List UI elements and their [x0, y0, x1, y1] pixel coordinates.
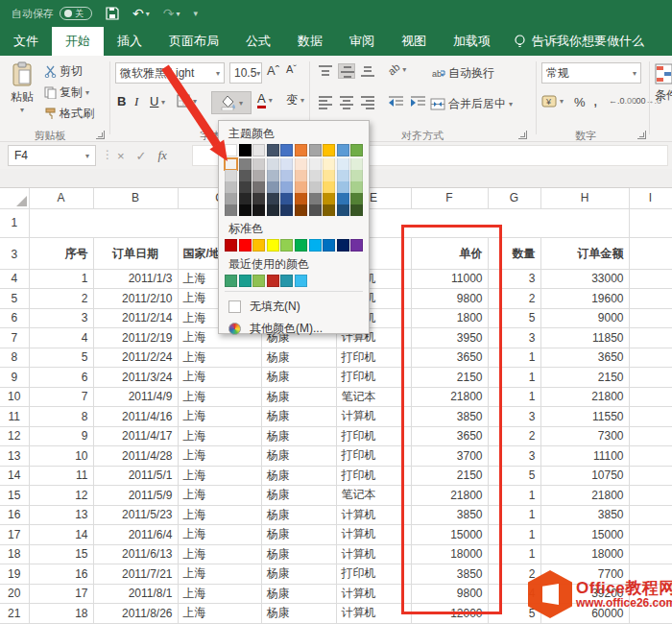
font-color-button[interactable]: A ▾: [257, 92, 273, 108]
variant-color-swatch[interactable]: [239, 158, 252, 170]
standard-color-swatch[interactable]: [337, 239, 349, 252]
cell[interactable]: 1: [488, 486, 540, 506]
cell[interactable]: 1: [488, 348, 540, 368]
cell[interactable]: 10750: [540, 466, 629, 486]
cell[interactable]: 1800: [411, 308, 488, 328]
select-all-corner[interactable]: [0, 188, 29, 208]
variant-color-swatch[interactable]: [225, 204, 237, 216]
variant-color-swatch[interactable]: [239, 193, 252, 204]
table-column-header[interactable]: 序号: [29, 240, 93, 269]
grow-font-button[interactable]: Aˆ: [267, 63, 279, 78]
align-right-button[interactable]: [359, 94, 376, 109]
cell[interactable]: 8: [29, 407, 93, 427]
cell[interactable]: 杨康: [261, 505, 336, 525]
cell[interactable]: 21800: [540, 387, 629, 407]
number-dialog-launcher[interactable]: [637, 131, 646, 139]
highlighted-variant-swatch[interactable]: [225, 158, 237, 170]
cell[interactable]: 11550: [540, 407, 629, 427]
tab-8[interactable]: 视图: [388, 27, 440, 56]
borders-button[interactable]: ▾: [177, 94, 197, 108]
variant-color-swatch[interactable]: [252, 204, 265, 216]
cell-outside[interactable]: [629, 466, 672, 486]
standard-color-swatch[interactable]: [280, 239, 293, 252]
table-column-header[interactable]: 数量: [488, 240, 540, 269]
cell[interactable]: 2011/2/10: [93, 289, 178, 309]
variant-color-swatch[interactable]: [267, 170, 279, 181]
tab-1[interactable]: 文件: [0, 27, 52, 56]
standard-color-swatch[interactable]: [350, 239, 363, 252]
cell-outside[interactable]: [629, 446, 672, 467]
tell-me-box[interactable]: 告诉我你想要做什么: [504, 27, 654, 56]
cell[interactable]: 计算机: [336, 584, 411, 604]
row-header-20[interactable]: 20: [0, 584, 29, 604]
cell[interactable]: 2150: [411, 368, 488, 388]
cell[interactable]: 2011/2/14: [93, 308, 178, 328]
variant-color-swatch[interactable]: [267, 158, 279, 170]
recent-color-swatch[interactable]: [295, 275, 307, 287]
cell-outside[interactable]: [629, 387, 672, 407]
table-column-header[interactable]: 单价: [411, 240, 488, 269]
cell[interactable]: 1: [488, 387, 540, 407]
cell[interactable]: 计算机: [336, 407, 411, 427]
variant-color-swatch[interactable]: [350, 158, 363, 170]
standard-color-swatch[interactable]: [295, 239, 307, 252]
cell[interactable]: 计算机: [336, 544, 411, 564]
cell[interactable]: 18000: [540, 544, 629, 564]
column-header-B[interactable]: B: [93, 188, 178, 208]
cell[interactable]: 18: [29, 604, 93, 624]
row-header-11[interactable]: 11: [0, 407, 29, 427]
recent-color-swatch[interactable]: [225, 275, 237, 287]
cell[interactable]: 5: [29, 348, 93, 368]
variant-color-swatch[interactable]: [309, 170, 322, 181]
cell[interactable]: 11100: [540, 446, 629, 467]
variant-color-swatch[interactable]: [239, 181, 252, 193]
table-column-header[interactable]: 订单日期: [93, 240, 178, 269]
row-header-10[interactable]: 10: [0, 387, 29, 407]
variant-color-swatch[interactable]: [350, 204, 363, 216]
cell[interactable]: 2: [488, 289, 540, 309]
column-header-G[interactable]: G: [488, 188, 540, 208]
cell[interactable]: 3: [488, 269, 540, 289]
cell[interactable]: 9: [29, 426, 93, 446]
cell[interactable]: 6: [29, 368, 93, 388]
variant-color-swatch[interactable]: [350, 193, 363, 204]
variant-color-swatch[interactable]: [239, 170, 252, 181]
variant-color-swatch[interactable]: [225, 193, 237, 204]
copy-button[interactable]: 复制 ▾: [44, 84, 89, 101]
cell-outside[interactable]: [629, 525, 672, 545]
cell[interactable]: 9800: [411, 289, 488, 309]
variant-color-swatch[interactable]: [225, 181, 237, 193]
cell[interactable]: 4: [29, 328, 93, 348]
cell[interactable]: 11000: [411, 269, 488, 289]
cell[interactable]: 上海: [178, 387, 261, 407]
variant-color-swatch[interactable]: [309, 181, 322, 193]
undo-button[interactable]: ↶▾: [132, 6, 150, 21]
cell[interactable]: 杨康: [261, 544, 336, 564]
theme-color-swatch[interactable]: [225, 144, 237, 156]
variant-color-swatch[interactable]: [252, 170, 265, 181]
theme-color-swatch[interactable]: [252, 144, 265, 156]
cell[interactable]: 杨康: [261, 348, 336, 368]
row-header-6[interactable]: 6: [0, 308, 29, 328]
cell-outside[interactable]: [629, 308, 672, 328]
column-header-H[interactable]: H: [540, 188, 629, 208]
row-header-7[interactable]: 7: [0, 328, 29, 348]
row-header-4[interactable]: 4: [0, 269, 29, 289]
cell[interactable]: 13: [29, 505, 93, 525]
variant-color-swatch[interactable]: [323, 170, 335, 181]
cell-outside[interactable]: [629, 289, 672, 309]
cell[interactable]: 2011/5/23: [93, 505, 178, 525]
variant-color-swatch[interactable]: [295, 193, 307, 204]
cell[interactable]: 杨康: [261, 525, 336, 545]
cell[interactable]: 上海: [178, 407, 261, 427]
wrap-text-button[interactable]: ab 自动换行: [432, 65, 494, 82]
variant-color-swatch[interactable]: [225, 170, 237, 181]
cell[interactable]: 3: [488, 407, 540, 427]
variant-color-swatch[interactable]: [280, 170, 293, 181]
cell[interactable]: 杨康: [261, 407, 336, 427]
accounting-format-button[interactable]: ¥ ▾: [541, 94, 564, 108]
comma-style-button[interactable]: ,: [593, 92, 597, 109]
increase-decimal-button[interactable]: ←.0.00: [609, 96, 636, 106]
cell-outside[interactable]: [629, 368, 672, 388]
standard-color-swatch[interactable]: [323, 239, 335, 252]
